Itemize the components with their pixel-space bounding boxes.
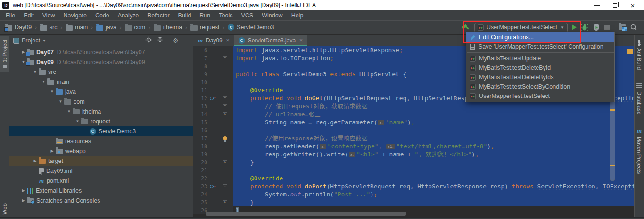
close-tab-icon[interactable]: ×: [299, 37, 303, 44]
tree-collapse-arrow-icon[interactable]: ▼: [49, 89, 56, 94]
editor-gutter: 22: [193, 174, 233, 182]
libraries-icon: [27, 188, 33, 194]
tree-expand-arrow-icon[interactable]: ▶: [20, 198, 27, 203]
tool-window-tab-project[interactable]: 1: Project: [0, 36, 9, 72]
tree-item-day09-iml[interactable]: Day09.iml: [9, 166, 193, 176]
fold-marker-icon[interactable]: −: [219, 96, 231, 100]
menu-refactor[interactable]: Refactor: [143, 10, 173, 20]
editor-tab-day09[interactable]: mDay09×: [193, 35, 234, 46]
window-title: web [D:\itcast\Source\itcast\web] - ...\…: [13, 2, 316, 8]
menu-navigate[interactable]: Navigate: [59, 10, 91, 20]
breadcrumb-servletdemo3[interactable]: CServletDemo3: [226, 23, 275, 32]
debug-button[interactable]: [581, 24, 588, 31]
tree-item-day07[interactable]: ▶Day07D:\itcast\Source\itcast\web\Day07: [9, 47, 193, 57]
minimize-button[interactable]: [588, 0, 606, 10]
tree-item-com[interactable]: ▼com: [9, 97, 193, 106]
run-dropdown-item-mybatistest-testdeletebyid[interactable]: MyBatisTest.testDeleteById: [466, 63, 614, 73]
menu-analyze[interactable]: Analyze: [114, 10, 143, 20]
warning-stripe-mark[interactable]: [610, 165, 615, 166]
tree-item-webapp[interactable]: ▶webapp: [9, 146, 193, 156]
fold-marker-icon[interactable]: ∧: [219, 112, 231, 116]
tree-item-external-libraries[interactable]: ▶External Libraries: [9, 186, 193, 195]
menu-code[interactable]: Code: [91, 10, 114, 20]
tool-window-tab-ant-build[interactable]: Ant Build: [636, 40, 642, 70]
menu-view[interactable]: View: [38, 10, 59, 20]
tree-collapse-arrow-icon[interactable]: ▼: [74, 119, 81, 123]
search-everywhere-icon[interactable]: [630, 24, 637, 31]
fold-marker-icon[interactable]: −: [219, 56, 231, 60]
collapse-all-button[interactable]: [157, 36, 164, 45]
restore-button[interactable]: [606, 0, 624, 10]
run-dropdown-item-edit-configurations[interactable]: Edit Configurations...: [466, 32, 614, 42]
tree-item-main[interactable]: ▼main: [9, 77, 193, 87]
breadcrumb-request[interactable]: request: [189, 23, 221, 32]
override-method-icon[interactable]: ↑: [207, 185, 219, 188]
stop-button[interactable]: [604, 25, 610, 30]
tool-window-tab-web[interactable]: Web: [0, 203, 9, 214]
tree-item-src[interactable]: ▼src: [9, 67, 193, 77]
gear-icon[interactable]: ⚙: [173, 37, 179, 44]
tree-item-request[interactable]: ▼request: [9, 116, 193, 126]
menu-help[interactable]: Help: [287, 10, 308, 20]
menu-tools[interactable]: Tools: [215, 10, 237, 20]
tree-item-java[interactable]: ▼java: [9, 87, 193, 97]
warning-stripe-mark[interactable]: [610, 109, 615, 111]
menu-window[interactable]: Window: [257, 10, 287, 20]
close-tab-icon[interactable]: ×: [226, 37, 230, 44]
fold-marker-icon[interactable]: −: [219, 104, 231, 108]
tree-collapse-arrow-icon[interactable]: ▼: [66, 109, 73, 114]
horizontal-scrollbar[interactable]: [206, 212, 406, 216]
inspection-status-icon[interactable]: [627, 49, 633, 54]
breadcrumb-day09[interactable]: Day09: [4, 23, 33, 32]
breadcrumb-itheima[interactable]: itheima: [152, 23, 183, 32]
chevron-down-icon[interactable]: ▼: [42, 39, 46, 43]
tree-collapse-arrow-icon[interactable]: ▼: [57, 99, 64, 104]
fold-marker-icon[interactable]: ∧: [219, 160, 231, 164]
tree-item-pom-xml[interactable]: mpom.xml: [9, 176, 193, 186]
tree-collapse-arrow-icon[interactable]: ▼: [40, 80, 47, 84]
run-dropdown-item-mybatistest-testdeletebyids[interactable]: MyBatisTest.testDeleteByIds: [466, 73, 614, 82]
run-dropdown-item-mybatistest-testselectbycondition[interactable]: MyBatisTest.testSelectByCondition: [466, 82, 614, 91]
tree-item-day09[interactable]: ▼Day09D:\itcast\Source\itcast\web\Day09: [9, 57, 193, 67]
breadcrumb-java[interactable]: java: [95, 23, 118, 32]
tree-expand-arrow-icon[interactable]: ▶: [32, 159, 39, 163]
tool-window-tab-database[interactable]: Database: [636, 83, 642, 114]
tree-item-itheima[interactable]: ▼itheima: [9, 106, 193, 116]
breadcrumb-src[interactable]: src: [39, 23, 59, 32]
tree-collapse-arrow-icon[interactable]: ▼: [32, 70, 39, 74]
tree-item-scratches-and-consoles[interactable]: ▶Scratches and Consoles: [9, 195, 193, 205]
menu-file[interactable]: File: [1, 10, 19, 20]
editor-tab-servletdemo3-java[interactable]: CServletDemo3.java×: [234, 35, 307, 46]
tool-window-tab-maven-projects[interactable]: mMaven Projects: [636, 128, 642, 174]
project-panel-title[interactable]: Project: [22, 37, 40, 44]
run-button[interactable]: [572, 24, 577, 30]
hide-panel-button[interactable]: —: [183, 38, 189, 44]
line-number: 17: [193, 135, 207, 142]
breadcrumb-com[interactable]: com: [124, 23, 147, 32]
breadcrumb-main[interactable]: main: [64, 23, 89, 32]
line-number: 20: [193, 159, 207, 166]
menu-build[interactable]: Build: [174, 10, 196, 20]
close-button[interactable]: ×: [624, 0, 642, 10]
breadcrumb-label: request: [200, 24, 220, 31]
run-configuration-select[interactable]: UserMapperTest.testSelect ▼: [474, 23, 568, 32]
run-dropdown-item-save-usermappertest-testselect-configuration[interactable]: Save 'UserMapperTest.testSelect' Configu…: [466, 42, 614, 51]
run-dropdown-item-usermappertest-testselect[interactable]: UserMapperTest.testSelect: [466, 91, 614, 101]
menu-edit[interactable]: Edit: [19, 10, 38, 20]
override-method-icon[interactable]: ↑: [207, 97, 219, 100]
tree-item-servletdemo3[interactable]: CServletDemo3: [9, 126, 193, 136]
build-hammer-icon[interactable]: [462, 23, 470, 32]
tree-item-target[interactable]: ▶target: [9, 156, 193, 166]
run-with-coverage-button[interactable]: [593, 24, 600, 31]
tree-expand-arrow-icon[interactable]: ▶: [20, 188, 27, 193]
menu-vcs[interactable]: VCS: [237, 10, 257, 20]
locate-file-button[interactable]: [145, 36, 152, 45]
tree-expand-arrow-icon[interactable]: ▶: [49, 149, 56, 153]
fold-marker-icon[interactable]: ∧: [219, 200, 231, 204]
intention-bulb-icon[interactable]: [219, 136, 231, 140]
fold-marker-icon[interactable]: −: [219, 184, 231, 188]
menu-run[interactable]: Run: [195, 10, 215, 20]
project-structure-icon[interactable]: [619, 24, 626, 30]
run-dropdown-item-mybatistest-testupdate[interactable]: MyBatisTest.testUpdate: [466, 54, 614, 63]
tree-item-resources[interactable]: resources: [9, 136, 193, 146]
